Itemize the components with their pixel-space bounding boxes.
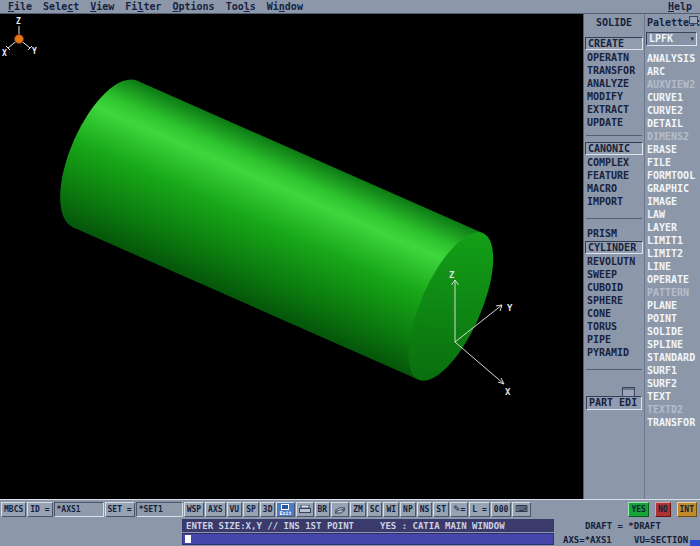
axis-x-label: X — [505, 387, 511, 397]
shade-button[interactable] — [331, 502, 349, 517]
command-input[interactable] — [182, 533, 554, 545]
solide-item-sphere[interactable]: SPHERE — [584, 294, 644, 307]
keyboard-button[interactable]: ⌨ — [512, 502, 531, 517]
palette-selector-dropdown[interactable]: LPFK ▾ — [646, 32, 697, 46]
panel-corner-icon[interactable] — [689, 16, 698, 24]
solide-item-sweep[interactable]: SWEEP — [584, 268, 644, 281]
solide-item-cuboid[interactable]: CUBOID — [584, 281, 644, 294]
set-value-field[interactable]: *SET1 — [136, 502, 183, 517]
palette-item-text[interactable]: TEXT — [645, 390, 700, 403]
line-type-button[interactable]: ✎= — [450, 502, 468, 517]
wsp-button[interactable]: WSP — [184, 502, 204, 517]
palette-item-line[interactable]: LINE — [645, 260, 700, 273]
line-weight-button[interactable]: L = — [469, 502, 489, 517]
menu-help[interactable]: Help — [668, 1, 692, 12]
palette-item-pattern: PATTERN — [645, 286, 700, 299]
palette-item-spline[interactable]: SPLINE — [645, 338, 700, 351]
solide-item-complex[interactable]: COMPLEX — [584, 156, 644, 169]
zm-button[interactable]: ZM — [350, 502, 366, 517]
yes-button[interactable]: YES — [628, 502, 648, 517]
text-cursor — [185, 535, 191, 543]
palette-item-image[interactable]: IMAGE — [645, 195, 700, 208]
palette-item-graphic[interactable]: GRAPHIC — [645, 182, 700, 195]
palette-item-analysis[interactable]: ANALYSIS — [645, 52, 700, 65]
solide-item-torus[interactable]: TORUS — [584, 320, 644, 333]
br-button[interactable]: BR — [315, 502, 331, 517]
palette-item-erase[interactable]: ERASE — [645, 143, 700, 156]
menu-options[interactable]: Options — [172, 1, 214, 12]
3d-button[interactable]: 3D — [260, 502, 276, 517]
solide-item-prism[interactable]: PRISM — [584, 227, 644, 240]
int-button[interactable]: INT — [677, 502, 697, 517]
palette-item-standard[interactable]: STANDARD — [645, 351, 700, 364]
palette-item-file[interactable]: FILE — [645, 156, 700, 169]
palette-item-surf2[interactable]: SURF2 — [645, 377, 700, 390]
palette-item-limit1[interactable]: LIMIT1 — [645, 234, 700, 247]
part-edit-button[interactable]: PART EDI — [586, 396, 642, 410]
menu-bar: File Select View Filter Options Tools Wi… — [0, 0, 700, 14]
solide-item-macro[interactable]: MACRO — [584, 182, 644, 195]
palette-item-formtool[interactable]: FORMTOOL — [645, 169, 700, 182]
axs-button[interactable]: AXS — [205, 502, 225, 517]
palette-item-law[interactable]: LAW — [645, 208, 700, 221]
menu-window[interactable]: Window — [267, 1, 303, 12]
np-button[interactable]: NP — [400, 502, 416, 517]
solide-item-create[interactable]: CREATE — [585, 37, 643, 50]
palette-item-plane[interactable]: PLANE — [645, 299, 700, 312]
printer-icon — [299, 505, 311, 514]
exit-button[interactable]: Exit — [276, 502, 294, 517]
sc-button[interactable]: SC — [367, 502, 383, 517]
plot-button[interactable] — [296, 502, 314, 517]
wi-button[interactable]: WI — [383, 502, 399, 517]
solide-item-operatn[interactable]: OPERATN — [584, 51, 644, 64]
st-button[interactable]: ST — [433, 502, 449, 517]
palette-item-operate[interactable]: OPERATE — [645, 273, 700, 286]
viewport-3d[interactable]: Z Y X Z X Y — [0, 14, 583, 499]
palette-item-detail[interactable]: DETAIL — [645, 117, 700, 130]
palette-item-curve1[interactable]: CURVE1 — [645, 91, 700, 104]
menu-select[interactable]: Select — [43, 1, 79, 12]
solide-item-cone[interactable]: CONE — [584, 307, 644, 320]
solide-separator — [586, 218, 642, 219]
palette-item-limit2[interactable]: LIMIT2 — [645, 247, 700, 260]
menu-tools[interactable]: Tools — [226, 1, 256, 12]
ns-button[interactable]: NS — [417, 502, 433, 517]
solide-panel: SOLIDE CREATE OPERATN TRANSFOR ANALYZE M… — [584, 14, 644, 499]
keyboard-icon: ⌨ — [515, 505, 528, 514]
set-button[interactable]: SET = — [105, 502, 135, 517]
palette-item-surf1[interactable]: SURF1 — [645, 364, 700, 377]
solide-item-revolutn[interactable]: REVOLUTN — [584, 255, 644, 268]
solide-item-modify[interactable]: MODIFY — [584, 90, 644, 103]
solide-item-cylinder[interactable]: CYLINDER — [585, 241, 643, 254]
solide-item-analyze[interactable]: ANALYZE — [584, 77, 644, 90]
menu-view[interactable]: View — [90, 1, 114, 12]
window-corner-fragment — [690, 540, 700, 546]
solide-item-canonic[interactable]: CANONIC — [585, 142, 643, 155]
palette-item-transfor[interactable]: TRANSFOR — [645, 416, 700, 429]
solide-item-pipe[interactable]: PIPE — [584, 333, 644, 346]
palette-item-solide[interactable]: SOLIDE — [645, 325, 700, 338]
sp-button[interactable]: SP — [243, 502, 259, 517]
palette-item-arc[interactable]: ARC — [645, 65, 700, 78]
vu-button[interactable]: VU — [227, 502, 243, 517]
status-row: ENTER SIZE:X,Y // INS 1ST POINT YES : CA… — [0, 519, 700, 532]
solide-item-extract[interactable]: EXTRACT — [584, 103, 644, 116]
solide-item-feature[interactable]: FEATURE — [584, 169, 644, 182]
palette-item-curve2[interactable]: CURVE2 — [645, 104, 700, 117]
menu-filter[interactable]: Filter — [125, 1, 161, 12]
id-value-field[interactable]: *AXS1 — [54, 502, 104, 517]
mbcs-button[interactable]: MBCS — [1, 502, 26, 517]
menu-file[interactable]: File — [8, 1, 32, 12]
solide-item-transfor[interactable]: TRANSFOR — [584, 64, 644, 77]
solide-item-import[interactable]: IMPORT — [584, 195, 644, 208]
layer-000-button[interactable]: 000 — [491, 502, 511, 517]
exit-screen-icon — [281, 504, 289, 510]
solide-item-pyramid[interactable]: PYRAMID — [584, 346, 644, 359]
palette-item-layer[interactable]: LAYER — [645, 221, 700, 234]
id-button[interactable]: ID = — [27, 502, 52, 517]
no-button[interactable]: NO — [655, 502, 671, 517]
solide-item-update[interactable]: UPDATE — [584, 116, 644, 129]
palette-item-point[interactable]: POINT — [645, 312, 700, 325]
window-mini-icon[interactable] — [622, 387, 635, 397]
axis-z-label: Z — [449, 270, 455, 280]
